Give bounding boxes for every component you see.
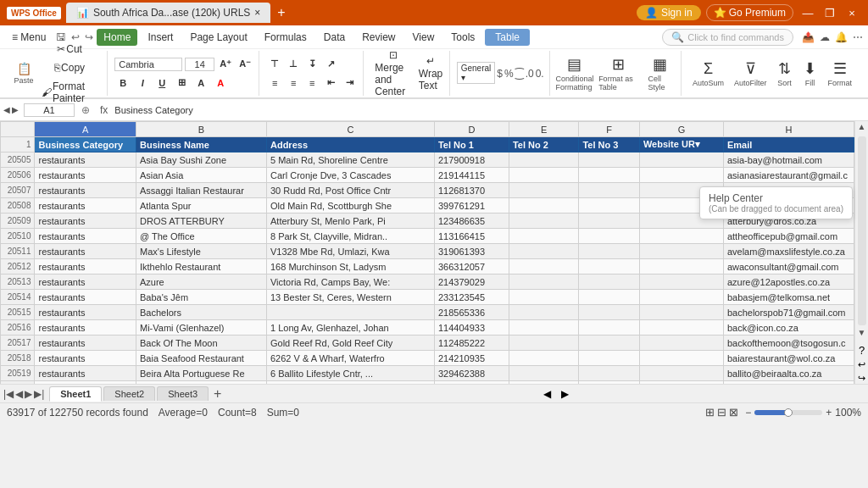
cell-category[interactable]: restaurants	[35, 290, 136, 305]
header-cell-g1[interactable]: Website UR▾	[639, 137, 723, 152]
cell-category[interactable]: restaurants	[35, 198, 136, 214]
bold-button[interactable]: B	[114, 75, 131, 92]
h-scroll-right[interactable]: ▶	[561, 388, 569, 400]
cloud-icon[interactable]: ☁	[820, 31, 830, 43]
maximize-button[interactable]: ❐	[821, 3, 839, 22]
cell-tel1[interactable]: 218565336	[434, 305, 509, 320]
table-row[interactable]: 20514 restaurants Baba's Jêm 13 Bester S…	[1, 290, 854, 305]
cell-email[interactable]: baiarestaurant@wol.co.za	[723, 351, 854, 366]
col-header-f[interactable]: F	[579, 122, 639, 137]
table-row[interactable]: 20520 restaurants Mozambik Restaurant 10…	[1, 381, 854, 385]
currency-button[interactable]: $	[497, 68, 503, 80]
cell-tel2[interactable]	[509, 259, 578, 274]
italic-button[interactable]: I	[134, 75, 151, 92]
cell-address[interactable]: Victoria Rd, Camps Bay, We:	[266, 274, 434, 290]
cell-email[interactable]: awaconsultant@gmail.com	[723, 259, 854, 274]
cell-category[interactable]: restaurants	[35, 366, 136, 381]
undo-right-icon[interactable]: ↩	[858, 359, 865, 370]
cell-address[interactable]: 5 Main Rd, Shoreline Centre	[266, 152, 434, 168]
cell-name[interactable]: Back Of The Moon	[136, 336, 267, 351]
cell-website[interactable]	[639, 152, 723, 168]
cell-name[interactable]: Max's Lifestyle	[136, 244, 267, 259]
cell-tel3[interactable]	[579, 351, 639, 366]
increase-indent-button[interactable]: ⇥	[341, 75, 358, 92]
align-right-button[interactable]: ≡	[303, 75, 320, 92]
decimal-decrease-button[interactable]: 0.	[536, 68, 544, 80]
cell-address[interactable]: Carl Cronje Dve, 3 Cascades	[266, 168, 434, 183]
cell-name[interactable]: Beira Alta Portuguese Re	[136, 366, 267, 381]
cell-tel1[interactable]: 214379029	[434, 274, 509, 290]
cell-category[interactable]: restaurants	[35, 229, 136, 244]
cell-tel2[interactable]	[509, 244, 578, 259]
cell-category[interactable]: restaurants	[35, 274, 136, 290]
cell-email[interactable]: asianasiarestaurant@gmail.c	[723, 168, 854, 183]
col-header-c[interactable]: C	[266, 122, 434, 137]
cell-website[interactable]	[639, 274, 723, 290]
decimal-increase-button[interactable]: .0	[526, 68, 534, 80]
premium-button[interactable]: ⭐ Go Premium	[706, 4, 793, 21]
nav-arrow-right[interactable]: ▶	[12, 105, 19, 114]
table-row[interactable]: 20515 restaurants Bachelors 218565336 ba…	[1, 305, 854, 320]
cell-name[interactable]: Azure	[136, 274, 267, 290]
help-icon[interactable]: ?	[859, 344, 865, 357]
sheet-next-button[interactable]: ▶	[25, 388, 32, 400]
cell-tel2[interactable]	[509, 336, 578, 351]
zoom-in-button[interactable]: +	[826, 407, 832, 419]
underline-button[interactable]: U	[153, 75, 170, 92]
cell-tel3[interactable]	[579, 198, 639, 214]
font-decrease-button[interactable]: A⁻	[236, 56, 253, 73]
cell-website[interactable]	[639, 336, 723, 351]
sort-button[interactable]: ⇅ Sort	[772, 57, 796, 90]
table-row[interactable]: 20505 restaurants Asia Bay Sushi Zone 5 …	[1, 152, 854, 168]
tab-review[interactable]: Review	[355, 29, 402, 46]
cell-address[interactable]: V1328 Mbe Rd, Umlazi, Kwa	[266, 244, 434, 259]
tab-table[interactable]: Table	[485, 29, 530, 46]
search-commands[interactable]: 🔍 Click to find commands	[662, 29, 793, 46]
cell-website[interactable]	[639, 229, 723, 244]
cell-email[interactable]: babasjem@telkomsa.net	[723, 290, 854, 305]
conditional-formatting-button[interactable]: ▤ ConditionalFormatting	[557, 53, 593, 94]
zoom-slider[interactable]	[754, 410, 822, 415]
cell-tel1[interactable]: 329460979	[434, 381, 509, 385]
zoom-in-icon[interactable]: ⊕	[81, 104, 90, 116]
tab-data[interactable]: Data	[317, 29, 352, 46]
cell-tel2[interactable]	[509, 351, 578, 366]
cell-name[interactable]: Asia Bay Sushi Zone	[136, 152, 267, 168]
wps-logo[interactable]: WPS Office	[7, 7, 61, 19]
cell-tel3[interactable]	[579, 305, 639, 320]
cell-email[interactable]: back@icon.co.za	[723, 320, 854, 336]
cell-category[interactable]: restaurants	[35, 214, 136, 229]
table-row[interactable]: 20517 restaurants Back Of The Moon Gold …	[1, 336, 854, 351]
cell-address[interactable]: 1 Long Av, Glenhazel, Johan	[266, 320, 434, 336]
paste-button[interactable]: 📋 Paste	[12, 59, 36, 87]
cell-tel1[interactable]: 319061393	[434, 244, 509, 259]
add-tab-button[interactable]: +	[272, 5, 290, 20]
header-cell-d1[interactable]: Tel No 1	[434, 137, 509, 152]
cell-tel3[interactable]	[579, 381, 639, 385]
font-size-input[interactable]	[185, 58, 214, 71]
header-cell-e1[interactable]: Tel No 2	[509, 137, 578, 152]
format-button[interactable]: ☰ Format	[823, 57, 856, 90]
autofilter-button[interactable]: ⊽ AutoFilter	[730, 57, 771, 90]
table-row[interactable]: 20516 restaurants Mi-Vami (Glenhazel) 1 …	[1, 320, 854, 336]
sheet-tab-2[interactable]: Sheet2	[103, 386, 155, 401]
cell-email[interactable]: avelam@maxslifestyle.co.za	[723, 244, 854, 259]
cell-address[interactable]: 168 Murchinson St, Ladysm	[266, 259, 434, 274]
cell-name[interactable]: Baba's Jêm	[136, 290, 267, 305]
copy-button[interactable]: ⎘ Copy	[37, 59, 102, 76]
comma-button[interactable]: ⁐	[515, 68, 524, 80]
cell-category[interactable]: restaurants	[35, 152, 136, 168]
cell-tel2[interactable]	[509, 366, 578, 381]
cell-tel1[interactable]: 123486635	[434, 214, 509, 229]
cell-tel2[interactable]	[509, 214, 578, 229]
cell-name[interactable]: Assaggi Italian Restaurar	[136, 183, 267, 198]
col-header-b[interactable]: B	[136, 122, 267, 137]
vertical-scrollbar[interactable]	[858, 136, 866, 325]
cut-button[interactable]: ✂ Cut	[37, 41, 102, 58]
cell-email[interactable]: ballito@beiraalta.co.za	[723, 366, 854, 381]
cell-tel2[interactable]	[509, 152, 578, 168]
cell-category[interactable]: restaurants	[35, 320, 136, 336]
cell-address[interactable]: 6 Ballito Lifestyle Cntr, ...	[266, 366, 434, 381]
sheet-tab-1[interactable]: Sheet1	[49, 386, 102, 402]
formula-input[interactable]	[114, 105, 865, 115]
